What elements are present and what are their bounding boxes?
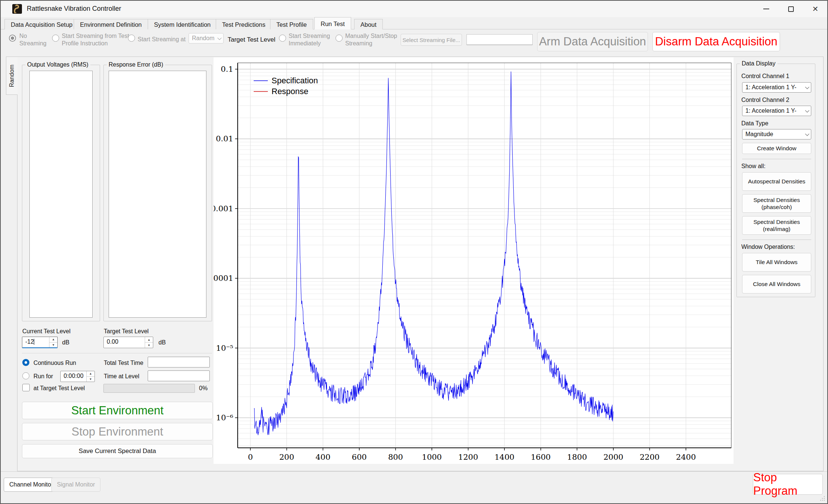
svg-text:10⁻⁶: 10⁻⁶ [216, 413, 233, 422]
tab-about[interactable]: About [354, 19, 383, 29]
minimize-icon[interactable] [754, 1, 778, 17]
spectral-densities-phase-coh-button[interactable]: Spectral Densities (phase/coh) [742, 194, 811, 213]
start-streaming-from-radio[interactable] [52, 35, 59, 42]
data-display-title: Data Display [740, 60, 777, 67]
svg-text:10⁻⁵: 10⁻⁵ [216, 344, 233, 353]
svg-text:1600: 1600 [531, 453, 551, 462]
disarm-data-acquisition-button[interactable]: Disarm Data Acquisition [652, 32, 780, 51]
show-all-label: Show all: [741, 163, 766, 170]
svg-text:400: 400 [315, 453, 330, 462]
spin-down-icon[interactable]: ▼ [49, 343, 57, 348]
stop-environment-button[interactable]: Stop Environment [22, 423, 213, 440]
environment-tab-random[interactable]: Random [6, 57, 17, 95]
chevron-down-icon [217, 36, 221, 40]
run-for-spin-buttons[interactable]: ▲▼ [86, 371, 94, 382]
select-streaming-file-button[interactable]: Select Streaming File... [401, 34, 462, 46]
chevron-down-icon [805, 132, 809, 136]
streaming-toolbar: No Streaming Start Streaming from Test P… [1, 29, 827, 55]
target-test-level-spinbox[interactable]: 0.00 ▲▼ [103, 337, 153, 348]
spin-down-icon[interactable]: ▼ [87, 377, 94, 382]
tab-test-predictions[interactable]: Test Predictions [216, 19, 272, 29]
start-streaming-at-label: Start Streaming at [138, 36, 186, 43]
target-test-level-toolbar-label: Target Test Level [228, 36, 275, 44]
channel-monitor-button[interactable]: Channel Monitor [4, 478, 58, 492]
divider [22, 353, 212, 353]
tab-test-profile[interactable]: Test Profile [270, 19, 313, 29]
control-channel-1-combo[interactable]: 1: Acceleration 1 Y- [742, 82, 811, 93]
start-streaming-immediately-radio[interactable] [279, 35, 286, 42]
svg-text:1800: 1800 [567, 453, 587, 462]
spectral-densities-real-imag-button[interactable]: Spectral Densities (real/imag) [742, 216, 811, 235]
svg-text:Response: Response [272, 87, 308, 96]
chevron-down-icon [805, 108, 809, 112]
at-target-test-level-checkbox[interactable] [22, 384, 30, 391]
total-test-time-label: Total Test Time [104, 360, 143, 366]
time-at-level-field[interactable] [148, 370, 210, 381]
svg-text:0: 0 [248, 453, 253, 462]
svg-text:200: 200 [279, 453, 294, 462]
title-bar: Rattlesnake Vibration Controller ✕ [1, 1, 827, 17]
close-all-windows-button[interactable]: Close All Windows [742, 275, 811, 293]
arm-data-acquisition-button[interactable]: Arm Data Acquisition [537, 32, 648, 51]
spin-up-icon[interactable]: ▲ [49, 337, 57, 343]
response-error-list[interactable] [109, 71, 206, 318]
target-test-level-spin-buttons[interactable]: ▲▼ [145, 337, 153, 348]
divider [742, 240, 811, 240]
manually-start-stop-radio[interactable] [336, 35, 343, 42]
current-test-level-spinbox[interactable]: -12 ▲▼ [22, 337, 58, 348]
window-title: Rattlesnake Vibration Controller [27, 5, 121, 13]
signal-monitor-button[interactable]: Signal Monitor [51, 478, 100, 492]
control-channel-2-combo[interactable]: 1: Acceleration 1 Y- [742, 106, 811, 116]
continuous-run-label: Continuous Run [33, 360, 76, 366]
tab-system-identification[interactable]: System Identification [148, 19, 217, 29]
spin-up-icon[interactable]: ▲ [145, 337, 153, 343]
continuous-run-radio[interactable] [22, 359, 29, 366]
window-operations-label: Window Operations: [741, 244, 795, 250]
total-test-time-field[interactable] [148, 357, 210, 367]
no-streaming-label: No Streaming [19, 32, 49, 47]
tab-data-acquisition-setup[interactable]: Data Acquisition Setup [4, 19, 79, 29]
spectrum-chart: 0200400600800100012001400160018002000220… [214, 57, 734, 464]
svg-text:1400: 1400 [494, 453, 514, 462]
spin-down-icon[interactable]: ▼ [145, 343, 153, 348]
current-test-level-unit: dB [62, 339, 70, 346]
current-test-level-spin-buttons[interactable]: ▲▼ [49, 337, 57, 347]
save-current-spectral-data-button[interactable]: Save Current Spectral Data [22, 444, 213, 458]
spin-up-icon[interactable]: ▲ [87, 371, 94, 377]
data-display-group: Data Display Control Channel 1 1: Accele… [736, 64, 815, 297]
start-streaming-at-radio[interactable] [128, 35, 135, 42]
create-window-button[interactable]: Create Window [742, 143, 811, 154]
tile-all-windows-button[interactable]: Tile All Windows [742, 253, 811, 272]
svg-text:800: 800 [388, 453, 403, 462]
start-environment-button[interactable]: Start Environment [22, 402, 213, 419]
autospectral-densities-button[interactable]: Autospectral Densities [742, 172, 811, 191]
progress-percent: 0% [199, 385, 208, 392]
maximize-icon[interactable] [779, 1, 803, 17]
data-type-combo[interactable]: Magnitude [742, 129, 811, 139]
application-window: Rattlesnake Vibration Controller ✕ Data … [0, 0, 828, 504]
stop-program-button[interactable]: Stop Program [753, 474, 823, 495]
streaming-file-input[interactable] [466, 34, 533, 45]
tab-run-test[interactable]: Run Test [314, 17, 351, 29]
streaming-at-combo[interactable]: Random [189, 33, 224, 44]
run-for-time-spinbox[interactable]: 0:00:00 ▲▼ [60, 371, 95, 382]
control-channel-1-label: Control Channel 1 [741, 73, 789, 80]
no-streaming-radio[interactable] [9, 35, 16, 42]
run-for-radio[interactable] [22, 372, 29, 379]
close-icon[interactable]: ✕ [803, 1, 827, 17]
svg-text:2200: 2200 [640, 453, 659, 462]
run-for-label: Run for [33, 373, 53, 380]
target-test-level-unit: dB [158, 339, 166, 346]
data-type-label: Data Type [741, 120, 768, 127]
svg-text:600: 600 [352, 453, 367, 462]
app-icon [12, 4, 22, 14]
resize-grip-icon[interactable] [820, 496, 825, 501]
svg-text:0.001: 0.001 [214, 204, 233, 213]
main-tab-bar: Data Acquisition Setup Environment Defin… [1, 17, 827, 29]
output-voltages-list[interactable] [29, 71, 93, 318]
current-test-level-label: Current Test Level [22, 328, 71, 335]
divider [742, 159, 811, 159]
time-at-level-label: Time at Level [104, 373, 139, 380]
svg-text:2000: 2000 [603, 453, 623, 462]
tab-environment-definition[interactable]: Environment Definition [74, 19, 148, 29]
